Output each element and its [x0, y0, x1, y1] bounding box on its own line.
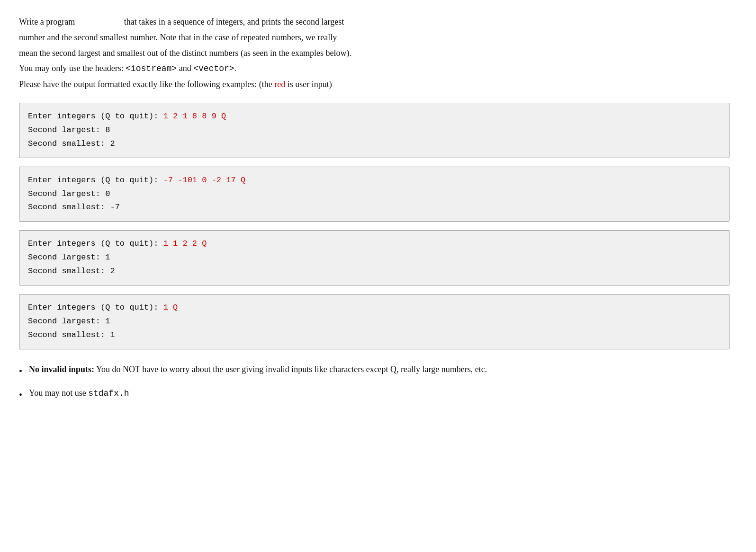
- intro-line5-part1: Please have the output formatted exactly…: [19, 80, 274, 89]
- bullet1-bold: No invalid inputs:: [29, 365, 94, 374]
- example4-line2: Second largest: 1: [28, 315, 720, 329]
- example1-prompt: Enter integers (Q to quit):: [28, 112, 163, 121]
- intro-line5-part2: is user input): [285, 80, 332, 89]
- bullet1-text: You do NOT have to worry about the user …: [94, 365, 487, 374]
- example2-line2: Second largest: 0: [28, 187, 720, 201]
- example3-line1: Enter integers (Q to quit): 1 1 2 2 Q: [28, 237, 720, 251]
- intro-line4-part2: and: [177, 63, 193, 73]
- example1-input: 1 2 1 8 8 9 Q: [163, 112, 226, 121]
- example2-prompt: Enter integers (Q to quit):: [28, 176, 163, 185]
- example3-line2: Second largest: 1: [28, 251, 720, 265]
- intro-line1: Write a program that takes in a sequence…: [19, 15, 729, 29]
- example1-line1: Enter integers (Q to quit): 1 2 1 8 8 9 …: [28, 110, 720, 124]
- intro-iostream: <iostream>: [126, 64, 177, 73]
- intro-line4-part3: .: [234, 63, 237, 73]
- bullet-item-2: • You may not use stdafx.h: [19, 386, 729, 402]
- bullet2-text: You may not use: [29, 388, 88, 398]
- bullet-text-1: No invalid inputs: You do NOT have to wo…: [29, 363, 729, 376]
- intro-line5-red: red: [274, 80, 285, 89]
- example3-line3: Second smallest: 2: [28, 265, 720, 278]
- bullet-dot-1: •: [19, 364, 22, 379]
- example-box-3: Enter integers (Q to quit): 1 1 2 2 Q Se…: [19, 230, 729, 285]
- intro-line4: You may only use the headers: <iostream>…: [19, 62, 729, 76]
- example2-line3: Second smallest: -7: [28, 201, 720, 214]
- intro-line1-part2: that takes in a sequence of integers, an…: [124, 17, 344, 27]
- example2-input: -7 -101 0 -2 17 Q: [163, 176, 245, 185]
- example1-line3: Second smallest: 2: [28, 137, 720, 151]
- bullet-dot-2: •: [19, 387, 22, 402]
- example-box-1: Enter integers (Q to quit): 1 2 1 8 8 9 …: [19, 103, 729, 158]
- bullet2-code: stdafx.h: [88, 389, 129, 398]
- intro-vector: <vector>: [193, 64, 234, 73]
- intro-line5: Please have the output formatted exactly…: [19, 78, 729, 91]
- example4-prompt: Enter integers (Q to quit):: [28, 303, 163, 312]
- intro-section: Write a program that takes in a sequence…: [19, 15, 729, 91]
- bullet-item-1: • No invalid inputs: You do NOT have to …: [19, 363, 729, 379]
- intro-line1-part1: Write a program: [19, 17, 75, 27]
- example-box-2: Enter integers (Q to quit): -7 -101 0 -2…: [19, 167, 729, 222]
- example1-line2: Second largest: 8: [28, 124, 720, 137]
- intro-line3: mean the second largest and smallest out…: [19, 46, 729, 60]
- bullet-text-2: You may not use stdafx.h: [29, 386, 729, 401]
- example2-line1: Enter integers (Q to quit): -7 -101 0 -2…: [28, 174, 720, 187]
- example4-line1: Enter integers (Q to quit): 1 Q: [28, 301, 720, 315]
- example4-line3: Second smallest: 1: [28, 329, 720, 342]
- example4-input: 1 Q: [163, 303, 178, 312]
- intro-line2: number and the second smallest number. N…: [19, 31, 729, 45]
- example3-prompt: Enter integers (Q to quit):: [28, 239, 163, 248]
- example-box-4: Enter integers (Q to quit): 1 Q Second l…: [19, 294, 729, 349]
- bullets-section: • No invalid inputs: You do NOT have to …: [19, 363, 729, 402]
- intro-line4-part1: You may only use the headers:: [19, 63, 126, 73]
- example3-input: 1 1 2 2 Q: [163, 239, 207, 248]
